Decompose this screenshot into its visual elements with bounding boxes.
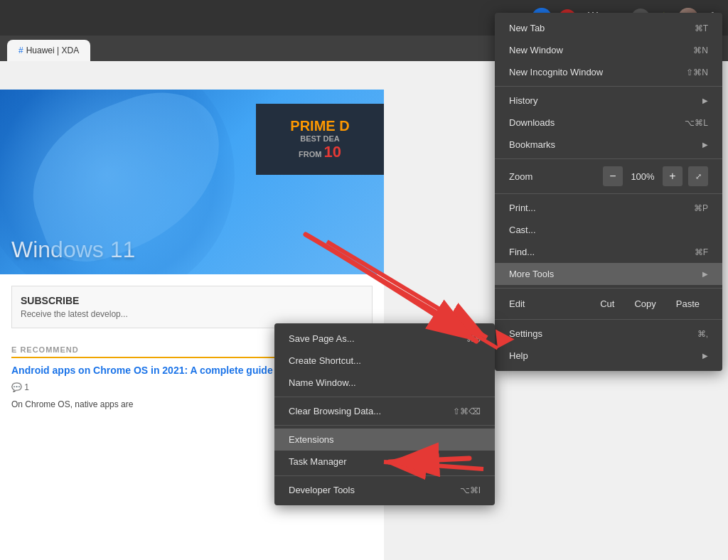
prime-banner: PRIME D BEST DEA FROM 10 xyxy=(256,104,384,175)
history-arrow: ▶ xyxy=(702,97,708,104)
menu-item-task-manager[interactable]: Task Manager xyxy=(274,451,495,473)
comment-count: 1 xyxy=(24,382,29,392)
divider-3 xyxy=(495,193,722,194)
clear-browsing-shortcut: ⇧⌘⌫ xyxy=(453,406,481,416)
zoom-value: 100% xyxy=(628,171,657,182)
clear-browsing-label: Clear Browsing Data... xyxy=(289,406,441,416)
sub-divider-1 xyxy=(274,397,495,397)
create-shortcut-label: Create Shortcut... xyxy=(289,355,481,366)
extensions-label: Extensions xyxy=(289,434,481,445)
help-label: Help xyxy=(509,350,697,361)
zoom-minus-button[interactable]: − xyxy=(603,166,623,186)
zoom-controls: − 100% + ⤢ xyxy=(603,166,708,186)
chrome-context-menu: New Tab ⌘T New Window ⌘N New Incognito W… xyxy=(495,13,722,371)
paste-button[interactable]: Paste xyxy=(668,296,708,312)
save-page-label: Save Page As... xyxy=(289,333,455,344)
zoom-fullscreen-button[interactable]: ⤢ xyxy=(688,166,708,186)
incognito-label: New Incognito Window xyxy=(509,67,675,77)
menu-item-find[interactable]: Find... ⌘F xyxy=(495,241,722,263)
menu-item-clear-browsing[interactable]: Clear Browsing Data... ⇧⌘⌫ xyxy=(274,400,495,422)
find-label: Find... xyxy=(509,247,683,257)
help-arrow: ▶ xyxy=(702,352,708,360)
sub-divider-2 xyxy=(274,425,495,426)
menu-item-history[interactable]: History ▶ xyxy=(495,90,722,112)
bookmarks-label: Bookmarks xyxy=(509,139,697,150)
settings-label: Settings xyxy=(509,328,686,339)
new-window-shortcut: ⌘N xyxy=(693,45,708,55)
menu-item-name-window[interactable]: Name Window... xyxy=(274,372,495,394)
downloads-label: Downloads xyxy=(509,117,673,128)
menu-item-help[interactable]: Help ▶ xyxy=(495,345,722,367)
subscribe-section: SUBSCRIBE Receive the latest develop... xyxy=(11,286,373,328)
prime-label: PRIME D xyxy=(290,118,349,134)
bookmarks-arrow: ▶ xyxy=(702,141,708,149)
print-label: Print... xyxy=(509,203,682,213)
windows-banner: PRIME D BEST DEA FROM 10 Windows 11 xyxy=(0,90,384,274)
downloads-shortcut: ⌥⌘L xyxy=(685,118,708,128)
save-page-shortcut: ⌘S xyxy=(466,334,481,344)
more-tools-submenu: Save Page As... ⌘S Create Shortcut... Na… xyxy=(274,323,495,505)
menu-item-incognito[interactable]: New Incognito Window ⇧⌘N xyxy=(495,61,722,83)
from-price: 10 xyxy=(323,143,341,161)
more-tools-label: More Tools xyxy=(509,269,697,279)
tab-label: Huawei | XDA xyxy=(26,45,79,55)
cut-button[interactable]: Cut xyxy=(592,296,623,312)
menu-item-new-tab[interactable]: New Tab ⌘T xyxy=(495,17,722,39)
divider-5 xyxy=(495,319,722,320)
best-deals-label: BEST DEA xyxy=(300,134,340,143)
settings-shortcut: ⌘, xyxy=(697,329,708,339)
menu-item-save-page[interactable]: Save Page As... ⌘S xyxy=(274,328,495,350)
print-shortcut: ⌘P xyxy=(694,203,708,213)
divider-1 xyxy=(495,86,722,87)
name-window-label: Name Window... xyxy=(289,377,481,388)
menu-item-cast[interactable]: Cast... xyxy=(495,219,722,241)
tab-hash: # xyxy=(18,45,23,55)
new-tab-shortcut: ⌘T xyxy=(695,23,708,33)
task-manager-label: Task Manager xyxy=(289,456,481,467)
menu-item-extensions[interactable]: Extensions xyxy=(274,429,495,451)
new-tab-label: New Tab xyxy=(509,23,683,33)
zoom-label: Zoom xyxy=(509,171,603,182)
zoom-plus-button[interactable]: + xyxy=(663,166,682,186)
comment-icon: 💬 xyxy=(11,382,22,392)
menu-item-downloads[interactable]: Downloads ⌥⌘L xyxy=(495,112,722,134)
edit-actions: Cut Copy Paste xyxy=(592,296,708,312)
from-label: FROM 10 xyxy=(299,143,341,161)
devtools-shortcut: ⌥⌘I xyxy=(460,485,481,495)
menu-item-settings[interactable]: Settings ⌘, xyxy=(495,323,722,345)
more-tools-arrow: ▶ xyxy=(702,270,708,278)
edit-label: Edit xyxy=(509,298,592,309)
find-shortcut: ⌘F xyxy=(695,247,708,257)
divider-2 xyxy=(495,158,722,159)
incognito-shortcut: ⇧⌘N xyxy=(686,68,708,77)
history-label: History xyxy=(509,95,697,106)
menu-item-devtools[interactable]: Developer Tools ⌥⌘I xyxy=(274,479,495,501)
zoom-row: Zoom − 100% + ⤢ xyxy=(495,162,722,190)
devtools-label: Developer Tools xyxy=(289,485,449,495)
new-window-label: New Window xyxy=(509,45,682,55)
menu-item-create-shortcut[interactable]: Create Shortcut... xyxy=(274,350,495,372)
divider-4 xyxy=(495,288,722,289)
menu-item-print[interactable]: Print... ⌘P xyxy=(495,197,722,219)
subscribe-title: SUBSCRIBE xyxy=(21,295,363,306)
active-tab[interactable]: # Huawei | XDA xyxy=(7,40,90,61)
copy-button[interactable]: Copy xyxy=(626,296,664,312)
menu-item-new-window[interactable]: New Window ⌘N xyxy=(495,39,722,61)
sub-divider-3 xyxy=(274,475,495,476)
subscribe-desc: Receive the latest develop... xyxy=(21,309,363,319)
edit-row: Edit Cut Copy Paste xyxy=(495,291,722,316)
menu-item-bookmarks[interactable]: Bookmarks ▶ xyxy=(495,134,722,156)
cast-label: Cast... xyxy=(509,225,708,235)
menu-item-more-tools[interactable]: More Tools ▶ xyxy=(495,263,722,285)
